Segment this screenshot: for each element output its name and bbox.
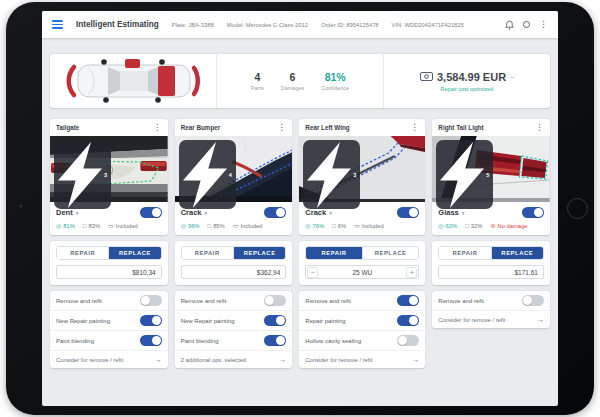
damage-toggle[interactable] (522, 207, 544, 218)
cost-icon (108, 223, 114, 229)
panel-icon (465, 223, 469, 229)
part-title: Rear Left Wing (305, 124, 349, 131)
arrow-right-icon: → (537, 316, 544, 323)
hamburger-menu-icon[interactable] (52, 20, 63, 29)
operation-row: Paint blending (175, 331, 293, 351)
operation-toggle[interactable] (397, 315, 419, 326)
part-title: Rear Bumper (181, 124, 221, 131)
card-menu-icon[interactable]: ⋮ (410, 123, 419, 132)
summary-damages: 6 Damages (281, 71, 305, 91)
damage-toggle[interactable] (140, 207, 162, 218)
tablet-frame: Intelligent Estimating Plate: JBA-3388 M… (6, 2, 594, 415)
damage-photo[interactable]: 5 (432, 136, 550, 202)
card-footer-link[interactable]: Consider for remove / refit → (299, 351, 425, 368)
stat-cost: Included (108, 223, 138, 229)
meta-vin: VIN: WDD2042471F421825 (392, 22, 464, 28)
caret-down-icon[interactable]: ▾ (329, 210, 332, 216)
operation-label: Paint blending (56, 338, 94, 344)
decrease-button[interactable]: − (307, 267, 318, 278)
operation-toggle[interactable] (522, 295, 544, 306)
card-menu-icon[interactable]: ⋮ (277, 123, 286, 132)
card-menu-icon[interactable]: ⋮ (535, 123, 544, 132)
operation-toggle[interactable] (140, 295, 162, 306)
vehicle-damage-diagram[interactable] (50, 54, 217, 108)
home-button[interactable] (567, 198, 588, 219)
confidence-icon (305, 223, 310, 229)
tab-repair[interactable]: REPAIR (182, 247, 233, 259)
operation-row: Repair painting (299, 311, 425, 331)
top-app-bar: Intelligent Estimating Plate: JBA-3388 M… (42, 11, 558, 38)
tab-replace[interactable]: REPLACE (233, 247, 285, 259)
summary-parts: 4 Parts (251, 71, 264, 91)
stat-confidence: 81% (56, 223, 75, 229)
stat-confidence: 62% (438, 223, 457, 229)
damages-count: 6 (281, 71, 305, 83)
banknote-icon (420, 72, 433, 81)
tab-replace[interactable]: REPLACE (491, 247, 543, 259)
meta-model: Model: Mercedes C-Class 2012 (227, 22, 308, 28)
caret-down-icon[interactable]: ▾ (205, 210, 208, 216)
damage-toggle[interactable] (264, 207, 286, 218)
operation-row: New Repair painting (175, 311, 293, 331)
stat-confidence: 96% (181, 223, 200, 229)
bolt-icon (440, 142, 484, 208)
tab-repair[interactable]: REPAIR (57, 247, 108, 259)
operation-toggle[interactable] (140, 335, 162, 346)
tab-repair[interactable]: REPAIR (306, 247, 362, 259)
operation-toggle[interactable] (397, 335, 419, 346)
operation-toggle[interactable] (264, 295, 286, 306)
operation-row: New Repair painting (50, 311, 168, 331)
main-content: 4 Parts 6 Damages 81% Confidence (42, 38, 558, 376)
tab-replace[interactable]: REPLACE (362, 247, 419, 259)
notification-bell-icon[interactable] (505, 20, 514, 30)
sync-status-icon[interactable] (523, 21, 530, 28)
photo-count-badge: 3 (54, 140, 111, 209)
caret-down-icon[interactable]: ▾ (462, 210, 465, 216)
parts-label: Parts (251, 85, 264, 91)
operation-row: Remove and refit (50, 291, 168, 311)
price-input[interactable] (181, 265, 287, 279)
operation-label: New Repair painting (181, 318, 235, 324)
damage-photo[interactable]: 3 (299, 136, 425, 202)
caret-down-icon[interactable]: ▾ (76, 210, 79, 216)
stat-coverage: 32% (465, 223, 482, 229)
operation-label: Repair painting (305, 318, 345, 324)
operation-label: Paint blending (181, 338, 219, 344)
operation-label: Remove and refit (181, 298, 227, 304)
operation-toggle[interactable] (264, 335, 286, 346)
card-menu-icon[interactable]: ⋮ (153, 123, 162, 132)
footer-label: Consider for remove / refit (305, 357, 372, 363)
tab-repair[interactable]: REPAIR (439, 247, 490, 259)
arrow-right-icon: → (155, 356, 162, 363)
collapse-icon[interactable]: – (510, 73, 514, 80)
operation-toggle[interactable] (140, 315, 162, 326)
parts-count: 4 (251, 71, 264, 83)
confidence-label: Confidence (321, 85, 349, 91)
part-title: Right Tail Light (438, 124, 483, 131)
damage-photo[interactable]: 4 (175, 136, 293, 202)
operation-row: Remove and refit (299, 291, 425, 311)
meta-order-id: Order ID: 8954125478 (321, 22, 379, 28)
photo-count-badge: 4 (179, 140, 236, 209)
repair-replace-tabs: REPAIR REPLACE (438, 246, 544, 260)
estimate-summary-card: 4 Parts 6 Damages 81% Confidence (50, 54, 550, 108)
damage-photo[interactable]: 3 (50, 136, 168, 202)
card-footer-link[interactable]: 2 additional ops. selected → (175, 351, 293, 368)
tab-replace[interactable]: REPLACE (108, 247, 160, 259)
repair-replace-tabs: REPAIR REPLACE (56, 246, 162, 260)
damage-toggle[interactable] (397, 207, 419, 218)
overflow-menu-icon[interactable]: ⋮ (539, 20, 548, 29)
increase-button[interactable]: + (406, 267, 417, 278)
damage-type: Glass (438, 208, 458, 217)
repair-replace-tabs: REPAIR REPLACE (305, 246, 419, 260)
bolt-icon (307, 142, 351, 208)
part-cards-grid: Tailgate ⋮ (50, 119, 550, 368)
card-footer-link[interactable]: Consider for remove / refit → (432, 311, 550, 328)
labor-units-input[interactable] (318, 269, 406, 276)
damage-type: Crack (305, 208, 326, 217)
price-input[interactable] (438, 265, 544, 279)
operation-toggle[interactable] (264, 315, 286, 326)
card-footer-link[interactable]: Consider for remove / refit → (50, 351, 168, 368)
price-input[interactable] (56, 265, 162, 279)
operation-toggle[interactable] (397, 295, 419, 306)
